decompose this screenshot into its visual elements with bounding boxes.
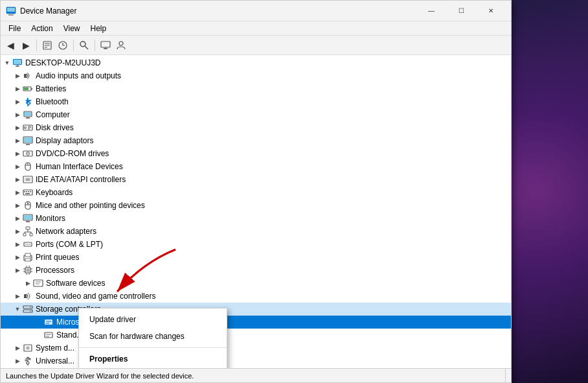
scan-button[interactable] xyxy=(77,38,91,52)
svg-rect-1 xyxy=(8,14,14,16)
svg-rect-84 xyxy=(34,280,43,286)
menu-help[interactable]: Help xyxy=(85,21,112,35)
tree-item-network[interactable]: ▶ Network adapters xyxy=(1,225,511,238)
audio-icon xyxy=(23,71,33,81)
tree-item-monitors[interactable]: ▶ Monitors xyxy=(1,212,511,225)
back-button[interactable]: ◀ xyxy=(3,38,17,52)
tree-item-software[interactable]: ▶ Software devices xyxy=(1,277,511,290)
tree-item-display[interactable]: ▶ Display adaptors xyxy=(1,134,511,147)
universal-expander[interactable]: ▶ xyxy=(12,356,23,366)
forward-button[interactable]: ▶ xyxy=(19,38,33,52)
monitors-expander[interactable]: ▶ xyxy=(12,213,23,224)
menu-view[interactable]: View xyxy=(58,21,85,35)
dvd-expander[interactable]: ▶ xyxy=(12,148,23,159)
bluetooth-expander[interactable]: ▶ xyxy=(12,97,23,107)
title-bar: Device Manager — ☐ ✕ xyxy=(1,1,511,21)
tree-item-bluetooth[interactable]: ▶ Bluetooth xyxy=(1,95,511,108)
toolbar-sep-1 xyxy=(36,40,37,51)
bluetooth-icon xyxy=(23,97,33,107)
svg-rect-87 xyxy=(24,294,27,298)
batteries-expander[interactable]: ▶ xyxy=(12,84,23,94)
print-expander[interactable]: ▶ xyxy=(12,252,23,262)
sound-expander[interactable]: ▶ xyxy=(12,291,23,301)
main-content: ▼ DESKTOP-M2UUJ3D ▶ xyxy=(1,55,511,368)
mice-expander[interactable]: ▶ xyxy=(12,200,23,211)
ports-expander[interactable]: ▶ xyxy=(12,239,23,250)
svg-rect-3 xyxy=(7,12,15,13)
toolbar-sep-2 xyxy=(73,40,74,51)
svg-rect-21 xyxy=(31,88,32,89)
keyboards-label: Keyboards xyxy=(36,188,73,197)
ms-stor-expander[interactable] xyxy=(33,317,43,327)
tree-item-sound[interactable]: ▶ Sound, video and game controllers xyxy=(1,290,511,303)
close-button[interactable]: ✕ xyxy=(476,1,506,21)
network-expander[interactable]: ▶ xyxy=(12,226,23,237)
software-expander[interactable]: ▶ xyxy=(23,278,33,288)
svg-point-54 xyxy=(27,203,28,204)
keyboards-expander[interactable]: ▶ xyxy=(12,187,23,198)
svg-point-91 xyxy=(30,310,31,312)
svg-rect-33 xyxy=(24,137,32,143)
root-expander[interactable]: ▼ xyxy=(2,58,12,68)
monitor-icon xyxy=(23,213,33,224)
stand-expander[interactable] xyxy=(33,330,43,340)
print-label: Print queues xyxy=(36,253,79,262)
properties-button[interactable] xyxy=(40,38,54,52)
storage-icon xyxy=(23,304,33,314)
user-button[interactable] xyxy=(114,38,128,52)
tree-item-ms-stor[interactable]: Microsoft Stor... xyxy=(1,316,511,329)
tree-item-mice[interactable]: ▶ Mice and other pointing devices xyxy=(1,199,511,212)
ctx-separator xyxy=(79,347,227,348)
tree-item-audio[interactable]: ▶ Audio inputs and outputs xyxy=(1,69,511,82)
svg-point-68 xyxy=(27,244,28,245)
tree-item-batteries[interactable]: ▶ Batteries xyxy=(1,82,511,95)
hid-label: Human Interface Devices xyxy=(36,162,123,171)
svg-rect-49 xyxy=(30,191,31,192)
device-tree[interactable]: ▼ DESKTOP-M2UUJ3D ▶ xyxy=(1,55,511,368)
tree-item-computer[interactable]: ▶ Computer xyxy=(1,108,511,121)
computer-icon xyxy=(12,58,23,68)
batteries-label: Batteries xyxy=(36,84,66,93)
display-expander[interactable]: ▶ xyxy=(12,135,23,146)
ports-icon xyxy=(23,239,33,250)
computer-expander[interactable]: ▶ xyxy=(12,110,23,120)
tree-item-print[interactable]: ▶ Print queues xyxy=(1,251,511,264)
ctx-scan-hardware[interactable]: Scan for hardware changes xyxy=(79,328,227,345)
tree-item-storage[interactable]: ▼ Storage controllers xyxy=(1,303,511,316)
ctx-properties[interactable]: Properties xyxy=(79,351,227,367)
svg-rect-71 xyxy=(25,253,30,257)
computer-button[interactable] xyxy=(98,38,113,52)
svg-rect-89 xyxy=(23,310,32,312)
svg-rect-99 xyxy=(25,346,30,350)
battery-icon xyxy=(23,84,33,94)
svg-rect-48 xyxy=(28,191,29,192)
maximize-button[interactable]: ☐ xyxy=(446,1,476,21)
hid-expander[interactable]: ▶ xyxy=(12,161,23,172)
tree-item-hid[interactable]: ▶ Human Interface Devices xyxy=(1,160,511,173)
context-menu: Update driver Scan for hardware changes … xyxy=(78,308,227,368)
ide-expander[interactable]: ▶ xyxy=(12,174,23,185)
tree-item-ports[interactable]: ▶ Ports (COM & LPT) xyxy=(1,238,511,251)
tree-item-ide[interactable]: ▶ IDE ATA/ATAPI controllers xyxy=(1,173,511,186)
tree-item-processors[interactable]: ▶ Processors xyxy=(1,264,511,277)
processors-expander[interactable]: ▶ xyxy=(12,265,23,275)
disk-expander[interactable]: ▶ xyxy=(12,122,23,133)
menu-action[interactable]: Action xyxy=(26,21,58,35)
audio-expander[interactable]: ▶ xyxy=(12,71,23,81)
svg-rect-24 xyxy=(25,112,31,116)
ctx-update-driver[interactable]: Update driver xyxy=(79,311,227,328)
tree-item-dvd[interactable]: ▶ DVD/CD-ROM drives xyxy=(1,147,511,160)
tree-item-system[interactable]: ▶ System d... xyxy=(1,342,511,354)
system-expander[interactable]: ▶ xyxy=(12,343,23,353)
tree-item-stand[interactable]: Stand... xyxy=(1,329,511,342)
storage-expander[interactable]: ▼ xyxy=(12,304,23,314)
tree-root[interactable]: ▼ DESKTOP-M2UUJ3D xyxy=(1,56,511,69)
toolbar: ◀ ▶ xyxy=(1,36,511,55)
tree-item-disk[interactable]: ▶ Disk drives xyxy=(1,121,511,134)
update-driver-button[interactable] xyxy=(56,38,70,52)
tree-item-keyboards[interactable]: ▶ Keyboards xyxy=(1,186,511,199)
tree-item-universal[interactable]: ▶ Universal... xyxy=(1,354,511,367)
menu-file[interactable]: File xyxy=(3,21,26,35)
minimize-button[interactable]: — xyxy=(416,1,446,21)
usb-icon xyxy=(23,356,33,366)
